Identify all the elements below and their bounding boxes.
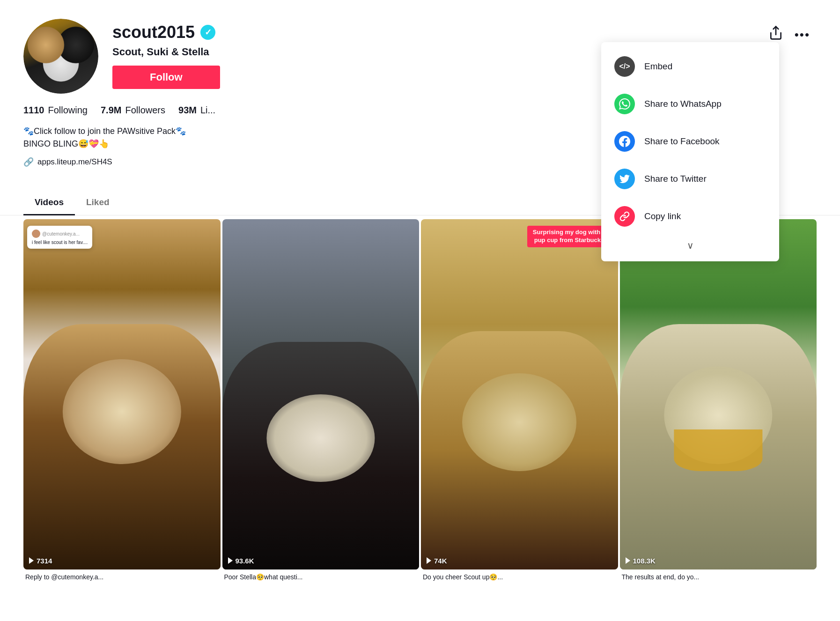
- share-item-facebook[interactable]: Share to Facebook: [601, 123, 779, 160]
- share-item-twitter[interactable]: Share to Twitter: [601, 160, 779, 198]
- video-card-2[interactable]: 93.6K Poor Stella🥺what questi...: [222, 219, 420, 583]
- username: scout2015: [112, 22, 195, 42]
- video-card-4[interactable]: 108.3K The results at end, do yo...: [620, 219, 817, 583]
- avatar[interactable]: [23, 19, 98, 94]
- whatsapp-icon: [614, 94, 635, 114]
- verified-badge: ✓: [200, 25, 215, 40]
- video-play-count-1: 7314: [29, 557, 52, 565]
- tab-liked[interactable]: Liked: [75, 191, 121, 215]
- tab-videos[interactable]: Videos: [23, 191, 75, 215]
- twitter-icon: [614, 169, 635, 189]
- likes-count: 93M: [178, 105, 197, 116]
- comment-bubble: @cutemonkey.a... i feel like scout is he…: [27, 226, 92, 249]
- twitter-label: Share to Twitter: [644, 174, 707, 184]
- dropdown-expand-button[interactable]: ∨: [601, 235, 779, 256]
- copylink-icon: [614, 206, 635, 227]
- video-caption-4: The results at end, do yo...: [620, 569, 817, 583]
- video-thumb-3: Surprising my dog with a pup cup from St…: [421, 219, 618, 569]
- bio-text: 🐾Click follow to join the PAWsitive Pack…: [23, 125, 248, 150]
- share-item-whatsapp[interactable]: Share to WhatsApp: [601, 85, 779, 123]
- likes-label: Li...: [200, 105, 215, 116]
- more-button[interactable]: •••: [793, 25, 812, 44]
- share-dropdown: </> Embed Share to WhatsApp Share to Fac…: [601, 42, 779, 261]
- whatsapp-label: Share to WhatsApp: [644, 99, 722, 109]
- facebook-label: Share to Facebook: [644, 136, 720, 147]
- video-card-1[interactable]: @cutemonkey.a... i feel like scout is he…: [23, 219, 221, 583]
- chevron-down-icon: ∨: [687, 240, 694, 251]
- username-row: scout2015 ✓: [112, 22, 817, 42]
- followers-stat[interactable]: 7.9M Followers: [101, 105, 165, 116]
- video-caption-3: Do you cheer Scout up🥺...: [421, 569, 618, 583]
- followers-count: 7.9M: [101, 105, 121, 116]
- share-item-embed[interactable]: </> Embed: [601, 48, 779, 85]
- videos-grid: @cutemonkey.a... i feel like scout is he…: [0, 215, 840, 586]
- video-caption-2: Poor Stella🥺what questi...: [222, 569, 420, 583]
- video-play-count-2: 93.6K: [228, 557, 254, 565]
- video-play-count-4: 108.3K: [626, 557, 656, 565]
- play-icon: [626, 557, 630, 564]
- followers-label: Followers: [125, 105, 165, 116]
- play-icon: [427, 557, 431, 564]
- following-label: Following: [48, 105, 88, 116]
- share-item-copylink[interactable]: Copy link: [601, 198, 779, 235]
- video-thumb-4: 108.3K: [620, 219, 817, 569]
- bio-line2: BINGO BLING😅💝👆: [23, 138, 248, 150]
- play-icon: [29, 557, 34, 564]
- video-card-3[interactable]: Surprising my dog with a pup cup from St…: [421, 219, 618, 583]
- video-thumb-2: 93.6K: [222, 219, 420, 569]
- bio-line1: 🐾Click follow to join the PAWsitive Pack…: [23, 125, 248, 138]
- profile-section: scout2015 ✓ Scout, Suki & Stella Follow …: [0, 0, 840, 191]
- video-play-count-3: 74K: [427, 557, 447, 565]
- link-icon: 🔗: [23, 157, 34, 167]
- following-count: 1110: [23, 105, 44, 116]
- facebook-icon: [614, 131, 635, 152]
- copylink-label: Copy link: [644, 211, 681, 222]
- follow-button[interactable]: Follow: [112, 66, 220, 89]
- link-url: apps.liteup.me/SH4S: [37, 157, 112, 167]
- video-caption-1: Reply to @cutemonkey.a...: [23, 569, 221, 583]
- likes-stat[interactable]: 93M Li...: [178, 105, 215, 116]
- play-icon: [228, 557, 233, 564]
- embed-label: Embed: [644, 61, 672, 72]
- following-stat[interactable]: 1110 Following: [23, 105, 88, 116]
- video-overlay-tag-3: Surprising my dog with a pup cup from St…: [527, 226, 612, 247]
- video-thumb-1: @cutemonkey.a... i feel like scout is he…: [23, 219, 221, 569]
- embed-icon: </>: [614, 56, 635, 77]
